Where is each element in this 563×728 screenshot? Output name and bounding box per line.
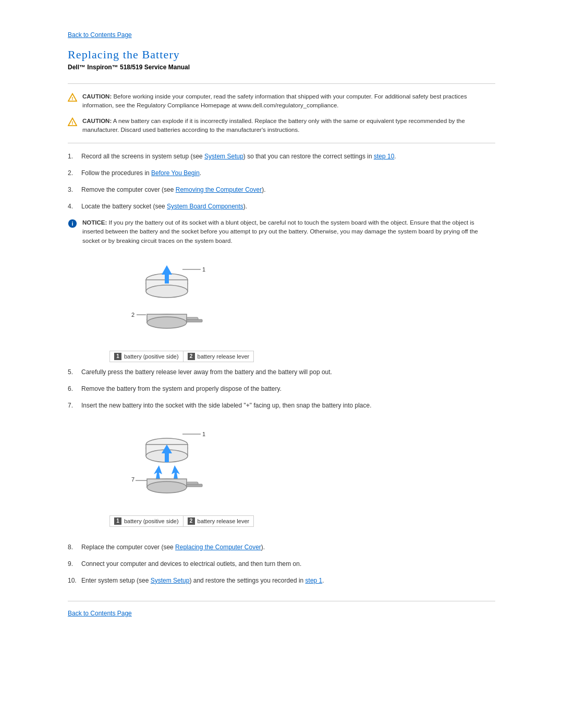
link-replacing-cover[interactable]: Replacing the Computer Cover: [175, 544, 261, 551]
divider-top: [68, 83, 495, 84]
steps-list-3: 8. Replace the computer cover (see Repla…: [68, 542, 495, 585]
step-5-text: Carefully press the battery release leve…: [81, 367, 332, 377]
step-2: 2. Follow the procedures in Before You B…: [68, 168, 495, 178]
link-step1[interactable]: step 1: [305, 577, 323, 584]
step-5-num: 5.: [68, 367, 78, 377]
step-7: 7. Insert the new battery into the socke…: [68, 401, 495, 410]
link-system-setup-1[interactable]: System Setup: [204, 153, 243, 160]
step-10-text: Enter system setup (see System Setup) an…: [81, 576, 324, 585]
svg-text:1: 1: [202, 266, 205, 273]
step-7-num: 7.: [68, 401, 78, 410]
step-10-num: 10.: [68, 576, 78, 585]
divider-after-cautions: [68, 143, 495, 143]
svg-text:2: 2: [131, 312, 134, 318]
back-link-bottom[interactable]: Back to Contents Page: [68, 610, 495, 617]
step-9: 9. Connect your computer and devices to …: [68, 559, 495, 569]
svg-text:1: 1: [202, 431, 205, 437]
svg-point-17: [147, 317, 187, 328]
step-9-text: Connect your computer and devices to ele…: [81, 559, 301, 569]
step-8-text: Replace the computer cover (see Replacin…: [81, 542, 265, 552]
caution-icon-1: !: [68, 93, 77, 102]
step-3: 3. Remove the computer cover (see Removi…: [68, 185, 495, 194]
link-before-you-begin[interactable]: Before You Begin: [151, 169, 200, 177]
step-8: 8. Replace the computer cover (see Repla…: [68, 542, 495, 552]
step-5: 5. Carefully press the battery release l…: [68, 367, 495, 377]
svg-text:!: !: [71, 119, 73, 125]
caution-block-2: ! CAUTION: A new battery can explode if …: [68, 117, 495, 135]
svg-rect-19: [187, 319, 202, 322]
svg-point-33: [147, 482, 187, 493]
legend-1-item-1: 1 battery (positive side): [110, 351, 183, 362]
step-1-num: 1.: [68, 152, 78, 161]
notice-text: NOTICE: If you pry the battery out of it…: [82, 218, 495, 245]
link-step10[interactable]: step 10: [374, 153, 394, 160]
caution-block-1: ! CAUTION: Before working inside your co…: [68, 92, 495, 110]
steps-list-1: 1. Record all the screens in system setu…: [68, 152, 495, 211]
legend-2-item-2: 2 battery release lever: [183, 516, 254, 526]
step-2-num: 2.: [68, 168, 78, 178]
legend-2-item-1: 1 battery (positive side): [110, 516, 183, 526]
diagram-1-legend: 1 battery (positive side) 2 battery rele…: [109, 351, 254, 362]
back-link-top[interactable]: Back to Contents Page: [68, 31, 495, 39]
divider-bottom: [68, 601, 495, 601]
step-4: 4. Locate the battery socket (see System…: [68, 202, 495, 211]
step-4-text: Locate the battery socket (see System Bo…: [81, 202, 247, 211]
caution-icon-2: !: [68, 117, 77, 127]
notice-block: i NOTICE: If you pry the battery out of …: [68, 218, 495, 245]
diagram-1-svg: 1 2: [109, 255, 224, 349]
step-1: 1. Record all the screens in system setu…: [68, 152, 495, 161]
step-6: 6. Remove the battery from the system an…: [68, 384, 495, 393]
step-1-text: Record all the screens in system setup (…: [81, 152, 396, 161]
link-system-setup-2[interactable]: System Setup: [151, 577, 190, 584]
page-subtitle: Dell™ Inspiron™ 518/519 Service Manual: [68, 64, 495, 71]
step-10: 10. Enter system setup (see System Setup…: [68, 576, 495, 585]
svg-point-11: [146, 285, 188, 298]
link-system-board-components[interactable]: System Board Components: [167, 203, 243, 210]
legend-1-item-2: 2 battery release lever: [183, 351, 254, 362]
step-6-num: 6.: [68, 384, 78, 393]
notice-icon: i: [68, 219, 77, 228]
caution-text-2: CAUTION: A new battery can explode if it…: [82, 117, 495, 135]
step-3-text: Remove the computer cover (see Removing …: [81, 185, 266, 194]
diagram-2-legend: 1 battery (positive side) 2 battery rele…: [109, 515, 254, 527]
page-title: Replacing the Battery: [68, 48, 495, 61]
step-6-text: Remove the battery from the system and p…: [81, 384, 282, 393]
step-7-text: Insert the new battery into the socket w…: [81, 401, 372, 410]
diagram-2-svg: 1 7: [109, 419, 224, 513]
caution-text-1: CAUTION: Before working inside your comp…: [82, 92, 495, 110]
step-4-num: 4.: [68, 202, 78, 211]
svg-text:i: i: [72, 220, 74, 227]
step-2-text: Follow the procedures in Before You Begi…: [81, 168, 201, 178]
svg-text:!: !: [71, 95, 73, 101]
svg-text:7: 7: [131, 476, 134, 483]
step-3-num: 3.: [68, 185, 78, 194]
step-9-num: 9.: [68, 559, 78, 569]
diagram-1-container: 1 2 1 battery (positive side): [109, 255, 495, 362]
link-removing-cover[interactable]: Removing the Computer Cover: [176, 186, 262, 193]
steps-list-2: 5. Carefully press the battery release l…: [68, 367, 495, 410]
diagram-2-container: 1 7 1 battery (po: [109, 419, 495, 527]
svg-rect-35: [187, 484, 202, 487]
page-wrapper: Back to Contents Page Replacing the Batt…: [47, 0, 516, 647]
step-8-num: 8.: [68, 542, 78, 552]
